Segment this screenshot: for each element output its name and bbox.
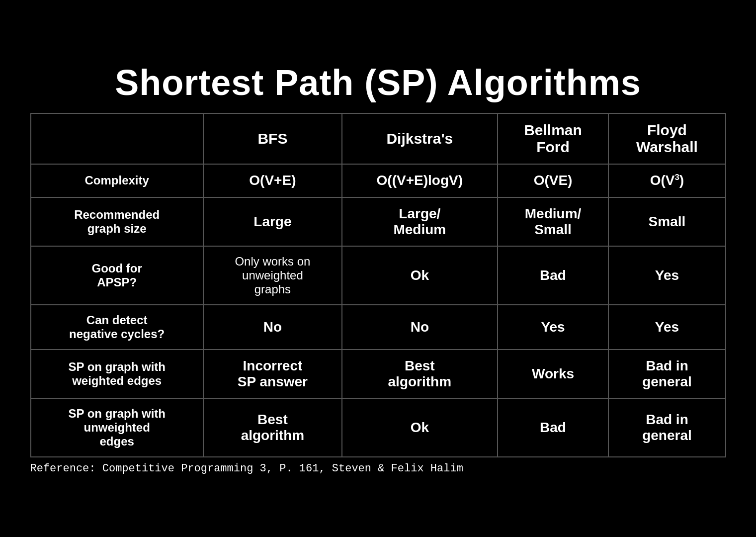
cell-size-dijkstra: Large/Medium (342, 197, 498, 246)
cell-weighted-dijkstra: Bestalgorithm (342, 350, 498, 398)
header-bellman: BellmanFord (498, 113, 609, 164)
cell-size-bellman: Medium/Small (498, 197, 609, 246)
cell-apsp-bellman: Bad (498, 246, 609, 305)
table-row: SP on graph withweighted edges Incorrect… (31, 350, 726, 398)
table-row: SP on graph withunweightededges Bestalgo… (31, 398, 726, 457)
page-title: Shortest Path (SP) Algorithms (30, 62, 726, 103)
cell-neg-bellman: Yes (498, 305, 609, 350)
table-row: Can detectnegative cycles? No No Yes Yes (31, 305, 726, 350)
cell-complexity-floyd: O(V3) (608, 164, 725, 197)
cell-apsp-bfs: Only works onunweightedgraphs (203, 246, 342, 305)
page-container: Shortest Path (SP) Algorithms BFS Dijkst… (30, 62, 726, 474)
comparison-table: BFS Dijkstra's BellmanFord FloydWarshall… (30, 113, 726, 457)
table-header-row: BFS Dijkstra's BellmanFord FloydWarshall (31, 113, 726, 164)
cell-neg-floyd: Yes (608, 305, 725, 350)
row-label-complexity: Complexity (31, 164, 203, 197)
cell-size-bfs: Large (203, 197, 342, 246)
cell-apsp-dijkstra: Ok (342, 246, 498, 305)
cell-complexity-bfs: O(V+E) (203, 164, 342, 197)
row-label-unweighted: SP on graph withunweightededges (31, 398, 203, 457)
table-row: Good forAPSP? Only works onunweightedgra… (31, 246, 726, 305)
cell-weighted-floyd: Bad ingeneral (608, 350, 725, 398)
table-row: Recommendedgraph size Large Large/Medium… (31, 197, 726, 246)
cell-unweighted-bellman: Bad (498, 398, 609, 457)
cell-unweighted-dijkstra: Ok (342, 398, 498, 457)
row-label-apsp: Good forAPSP? (31, 246, 203, 305)
cell-apsp-floyd: Yes (608, 246, 725, 305)
row-label-neg-cycles: Can detectnegative cycles? (31, 305, 203, 350)
row-label-graph-size: Recommendedgraph size (31, 197, 203, 246)
table-row: Complexity O(V+E) O((V+E)logV) O(VE) O(V… (31, 164, 726, 197)
cell-weighted-bfs: IncorrectSP answer (203, 350, 342, 398)
cell-complexity-dijkstra: O((V+E)logV) (342, 164, 498, 197)
row-label-weighted: SP on graph withweighted edges (31, 350, 203, 398)
header-floyd: FloydWarshall (608, 113, 725, 164)
cell-neg-bfs: No (203, 305, 342, 350)
cell-complexity-bellman: O(VE) (498, 164, 609, 197)
header-dijkstra: Dijkstra's (342, 113, 498, 164)
header-empty (31, 113, 203, 164)
header-bfs: BFS (203, 113, 342, 164)
reference-text: Reference: Competitive Programming 3, P.… (30, 462, 726, 475)
cell-size-floyd: Small (608, 197, 725, 246)
cell-unweighted-bfs: Bestalgorithm (203, 398, 342, 457)
cell-unweighted-floyd: Bad ingeneral (608, 398, 725, 457)
cell-weighted-bellman: Works (498, 350, 609, 398)
cell-neg-dijkstra: No (342, 305, 498, 350)
